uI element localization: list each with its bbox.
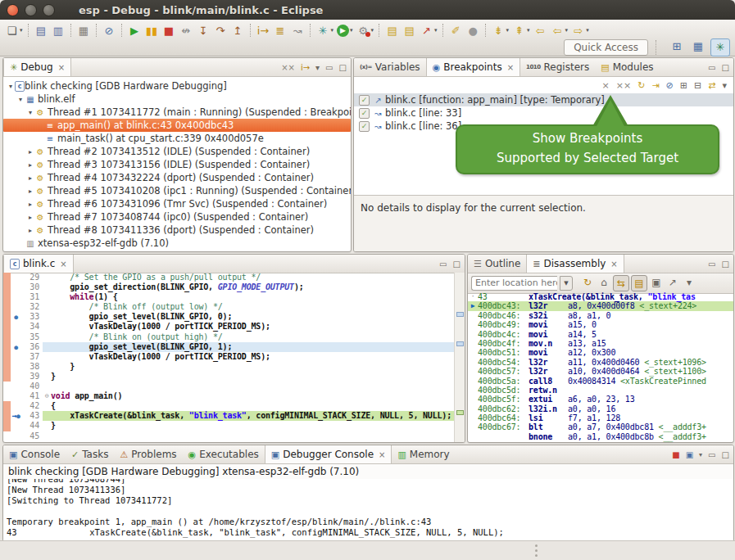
minimize-button[interactable]: ▭ [708,450,715,459]
editor-line[interactable]: 38 } [3,362,455,372]
open-perspective-button[interactable]: ⊞ [668,38,686,55]
breakpoint-marker[interactable]: ● [11,312,21,322]
minimize-button[interactable]: ▭ [439,260,447,269]
tab-memory[interactable]: ▥Memory [392,445,455,463]
previous-annotation-button-dropdown[interactable]: ▾ [527,27,530,34]
instruction-stepping-button[interactable]: i→ [256,22,271,38]
debug-tree-item[interactable]: ▸⚙Thread #4 1073432224 (dport) (Suspende… [3,171,351,184]
suspend-button[interactable]: ▮▮ [144,22,160,38]
forward-button-dropdown[interactable]: ▾ [586,27,589,34]
maximize-button[interactable]: □ [339,63,347,72]
tab-debugger-console[interactable]: ▣Debugger Console× [265,445,392,463]
sash-grip[interactable] [535,544,538,557]
tab-disassembly[interactable]: ≣Disassembly× [526,255,624,273]
back-button-dropdown[interactable]: ▾ [565,27,569,34]
terminate-console-button[interactable]: ■ [672,450,679,459]
close-window-button[interactable] [7,4,19,16]
editor-line[interactable]: 44} [3,421,455,431]
external-tools-button-dropdown[interactable]: ▾ [371,27,374,34]
remove-breakpoint-button[interactable]: × [602,80,610,91]
disassembly-row[interactable]: ·43xTaskCreate(&blink_task, "blink_tas [468,292,733,301]
editor-line[interactable]: 34 vTaskDelay(1000 / portTICK_PERIOD_MS)… [3,322,455,332]
disassembly-row[interactable]: 400dbc4c:movia14, 5 [468,330,733,339]
open-folder-button[interactable]: ▤ [402,22,417,38]
minimize-button[interactable]: ▭ [708,260,715,269]
debug-button[interactable]: ✳▾ [315,22,335,38]
run-button-dropdown[interactable]: ▾ [350,27,353,34]
close-icon[interactable]: × [507,63,514,72]
display-console-button-dropdown[interactable]: ▾ [699,451,702,458]
editor-line[interactable]: 37 vTaskDelay(1000 / portTICK_PERIOD_MS)… [3,352,455,362]
editor-line[interactable]: 29 /* Set the GPIO as a push/pull output… [3,273,455,282]
editor-line[interactable]: ●33 gpio_set_level(BLINK_GPIO, 0); [3,312,455,322]
tree-expander[interactable]: ▸ [26,227,34,234]
maximize-window-button[interactable] [43,4,55,16]
debug-tree-item[interactable]: ▸⚙Thread #5 1073410208 (ipc1 : Running) … [3,184,351,197]
disassembly-row[interactable]: 400dbc5f:extuia6, a0, 23, 13 [468,395,733,404]
collapse-all-button[interactable]: ⊟ [694,80,701,91]
minimize-button[interactable]: ▭ [708,63,715,72]
back-button[interactable]: ⇦▾ [550,22,569,38]
forward-button[interactable]: ⇨▾ [570,22,590,38]
breakpoint-marker[interactable]: ● [11,342,21,352]
debug-tree-item[interactable]: ▥xtensa-esp32-elf-gdb (7.10) [3,237,351,250]
debug-tree-item[interactable]: ▸⚙Thread #3 1073413156 (IDLE) (Suspended… [3,158,351,171]
editor-line[interactable]: 42{ [3,401,455,411]
tab-executables[interactable]: ◉Executables [183,445,265,463]
view-menu-button[interactable]: ▾ [315,63,320,72]
tab-outline[interactable]: ☰Outline [468,255,526,273]
step-return-button[interactable]: ↥ [230,22,246,38]
close-icon[interactable]: × [58,63,65,72]
tab-tasks[interactable]: ✓Tasks [66,445,114,463]
breakpoint-checkbox[interactable]: ✓ [359,95,370,106]
disassembly-row[interactable]: 400dbc5d:retw.n [468,386,733,395]
editor-line[interactable]: 30 gpio_set_direction(BLINK_GPIO, GPIO_M… [3,282,455,292]
disassembly-row[interactable]: bnonea0, a1, 0x400dbc8b <__adddf3+ [468,432,733,441]
tab-blink-c[interactable]: c blink.c × [3,255,74,273]
tab-problems[interactable]: ⚠Problems [114,445,182,463]
editor-line[interactable]: 40 [3,382,455,391]
step-filters-button[interactable]: ≣ [273,22,288,38]
disassembly-row[interactable]: ▶400dbc43:l32ra8, 0x400d00f8 <_stext+224… [468,301,733,310]
resume-button[interactable]: ▶ [127,22,143,38]
debug-tree-item-selected[interactable]: ≡app_main() at blink.c:43 0x400dbc43 [3,119,351,132]
display-console-button[interactable]: ▣ [686,450,693,459]
external-tools-button[interactable]: ⚙▾ [356,22,375,38]
copy-icon[interactable]: ▣ [649,275,664,290]
disassembly-row[interactable]: 400dbc54:l32ra11, 0x400d0460 <_stext+109… [468,358,733,367]
terminate-button[interactable]: ■ [161,22,177,38]
tree-expander[interactable]: ▸ [26,201,34,208]
close-icon[interactable]: × [610,260,617,269]
maximize-button[interactable]: □ [722,63,729,72]
maximize-button[interactable]: □ [722,260,729,269]
open-project-button[interactable]: ▤ [384,22,400,38]
tree-expander[interactable]: ▾ [7,83,15,90]
launch-button[interactable]: ↗▾ [419,22,438,38]
tree-expander[interactable]: ▸ [26,187,34,195]
disassembly-row[interactable]: 400dbc62:l32i.na0, a0, 16 [468,404,733,413]
disassembly-row[interactable]: 400dbc46:s32ia8, a1, 0 [468,311,733,320]
disassembly-row[interactable]: 400dbc49:movia15, 0 [468,320,733,329]
tree-expander[interactable]: ▾ [26,109,34,116]
editor-line[interactable]: 41⊖void app_main() [3,391,455,401]
tab-variables[interactable]: (x)=Variables [354,58,426,76]
show-breakpoints-supported-button[interactable]: ↻ [637,80,645,91]
disconnect-button[interactable]: ↮ [179,22,194,38]
link-with-debug-button[interactable]: ⇄ [708,80,715,91]
next-annotation-button[interactable]: ⇟▾ [491,22,510,38]
new-wizard-button-dropdown[interactable]: ▾ [20,27,23,34]
tree-expander[interactable]: ▸ [26,148,34,156]
minimize-button[interactable]: ▭ [325,63,333,72]
overview-ruler[interactable] [454,273,465,442]
tab-debug[interactable]: ✳ Debug × [3,58,71,76]
debug-tree-item[interactable]: ▾⚙Thread #1 1073411772 (main : Running) … [3,106,351,119]
minimize-window-button[interactable] [25,4,37,16]
breakpoint-mark[interactable] [456,341,464,346]
console-output-area[interactable]: [New Thread 1073408744][New Thread 10734… [3,479,733,541]
instruction-stepping-mode-button[interactable]: i→ [301,63,310,72]
close-icon[interactable]: × [60,260,66,269]
save-button[interactable]: ▤ [34,22,49,38]
build-binary-button[interactable]: ▦ [76,22,92,38]
cpp-perspective-button[interactable]: ▦ [689,38,707,55]
tree-expander[interactable]: ▾ [16,96,25,103]
